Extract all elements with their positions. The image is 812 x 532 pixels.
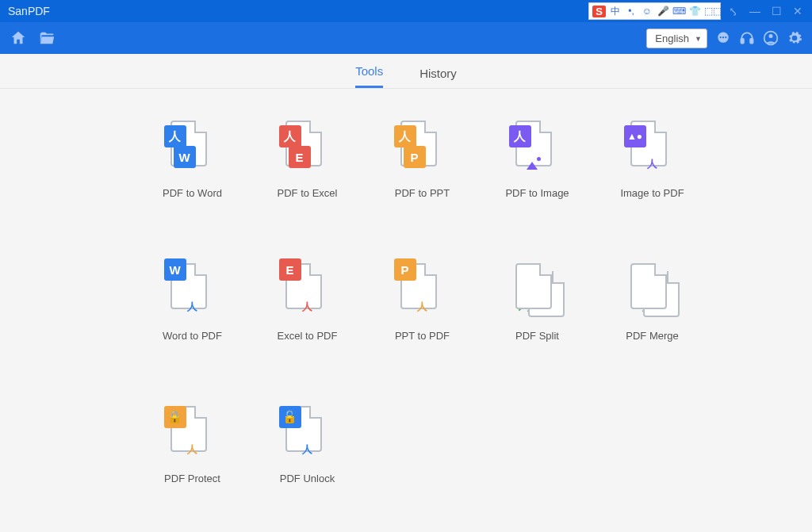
headphones-icon[interactable] xyxy=(739,30,755,46)
tab-history[interactable]: History xyxy=(419,67,457,88)
user-icon[interactable] xyxy=(763,30,779,46)
tool-label: PDF to Word xyxy=(163,187,222,199)
file-lock-icon: 🔒 人 xyxy=(170,406,215,461)
svg-point-7 xyxy=(769,34,773,38)
close-icon[interactable]: ✕ xyxy=(790,5,806,17)
open-folder-icon[interactable] xyxy=(38,29,56,47)
ime-voice-icon[interactable]: 🎤 xyxy=(657,6,669,17)
svg-point-2 xyxy=(722,36,724,38)
tool-pdf-to-image[interactable]: 人 PDF to Image xyxy=(480,121,595,255)
tool-word-to-pdf[interactable]: W 人 Word to PDF xyxy=(135,263,250,398)
ime-toolbar: S 中 •, ☺ 🎤 ⌨ 👕 ⬚⬚ xyxy=(588,2,721,20)
tool-label: PPT to PDF xyxy=(395,330,450,342)
ime-punct-icon[interactable]: •, xyxy=(625,6,638,17)
ime-toolbox-icon[interactable]: ⬚⬚ xyxy=(704,6,717,17)
app-title: SanPDF xyxy=(0,5,50,17)
ime-lang-icon[interactable]: 中 xyxy=(609,5,622,18)
maximize-icon[interactable]: ☐ xyxy=(768,5,785,17)
svg-point-3 xyxy=(725,36,726,38)
file-word-icon: 人 W xyxy=(170,121,215,176)
pin-icon[interactable]: ⤣ xyxy=(726,5,741,17)
ime-skin-icon[interactable]: 👕 xyxy=(688,6,701,17)
tool-label: PDF to Image xyxy=(505,187,569,199)
tool-excel-to-pdf[interactable]: E 人 Excel to PDF xyxy=(250,263,365,398)
tool-label: Word to PDF xyxy=(163,330,222,342)
file-merge-icon: 人 → ← xyxy=(630,263,675,319)
language-value: English xyxy=(655,33,689,44)
tool-label: PDF to PPT xyxy=(395,187,450,199)
svg-rect-4 xyxy=(741,39,744,44)
tool-ppt-to-pdf[interactable]: P 人 PPT to PDF xyxy=(365,263,480,398)
tab-tools[interactable]: Tools xyxy=(355,64,383,88)
ime-emoji-icon[interactable]: ☺ xyxy=(641,6,653,17)
file-split-icon: 人 xyxy=(515,263,560,319)
tool-label: PDF Unlock xyxy=(280,473,335,484)
file-word-in-icon: W 人 xyxy=(170,263,215,319)
file-excel-in-icon: E 人 xyxy=(285,263,330,319)
tool-label: PDF Split xyxy=(515,330,559,342)
tool-label: PDF Protect xyxy=(164,473,220,484)
tool-pdf-unlock[interactable]: 🔓 人 PDF Unlock xyxy=(250,406,365,532)
main-toolbar: English xyxy=(0,22,812,54)
tool-pdf-to-word[interactable]: 人 W PDF to Word xyxy=(135,121,250,255)
tool-label: PDF Merge xyxy=(626,330,678,342)
file-image-out-icon: 人 xyxy=(515,121,560,176)
language-select[interactable]: English xyxy=(646,29,707,48)
file-ppt-icon: 人 P xyxy=(400,121,445,176)
svg-rect-5 xyxy=(750,39,753,44)
chat-icon[interactable] xyxy=(715,30,731,46)
tools-grid: 人 W PDF to Word 人 E PDF to Excel 人 P PDF… xyxy=(0,89,812,532)
tool-image-to-pdf[interactable]: ▲● 人 Image to PDF xyxy=(595,121,710,255)
tool-label: Image to PDF xyxy=(620,187,684,199)
tool-label: Excel to PDF xyxy=(278,330,338,342)
ime-keyboard-icon[interactable]: ⌨ xyxy=(672,6,685,17)
file-excel-icon: 人 E xyxy=(285,121,330,176)
ime-logo-icon: S xyxy=(592,6,606,17)
tool-pdf-to-ppt[interactable]: 人 P PDF to PPT xyxy=(365,121,480,255)
file-ppt-in-icon: P 人 xyxy=(400,263,445,319)
home-icon[interactable] xyxy=(10,29,27,47)
tool-pdf-to-excel[interactable]: 人 E PDF to Excel xyxy=(250,121,365,255)
title-bar: SanPDF S 中 •, ☺ 🎤 ⌨ 👕 ⬚⬚ ⤣ — ☐ ✕ xyxy=(0,0,812,22)
settings-gear-icon[interactable] xyxy=(787,30,802,46)
svg-point-1 xyxy=(720,36,722,38)
file-unlock-icon: 🔓 人 xyxy=(285,406,330,461)
tool-label: PDF to Excel xyxy=(278,187,338,199)
minimize-icon[interactable]: — xyxy=(746,5,764,17)
tool-pdf-merge[interactable]: 人 → ← PDF Merge xyxy=(595,263,710,398)
tool-pdf-protect[interactable]: 🔒 人 PDF Protect xyxy=(135,406,250,532)
tab-bar: Tools History xyxy=(0,54,812,89)
file-image-in-icon: ▲● 人 xyxy=(630,121,675,176)
tool-pdf-split[interactable]: 人 PDF Split xyxy=(480,263,595,398)
